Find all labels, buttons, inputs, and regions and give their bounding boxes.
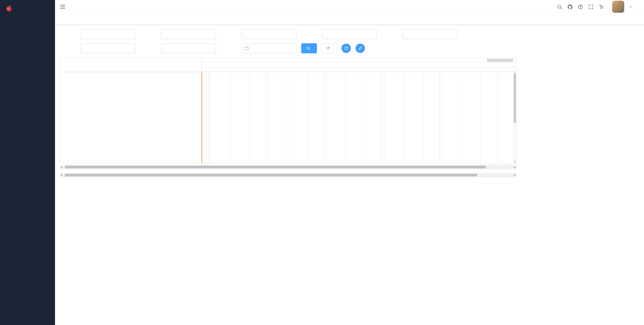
avatar[interactable]: [612, 1, 624, 13]
tab-bar: [55, 13, 644, 25]
filter-due-date: [221, 43, 301, 53]
product-name-input[interactable]: [402, 29, 458, 39]
question-icon[interactable]: [578, 4, 583, 10]
caret-down-icon[interactable]: [629, 5, 633, 9]
font-size-icon[interactable]: [598, 4, 604, 10]
filter-customer-code: [60, 43, 140, 53]
gantt-chart: ▾: [60, 58, 517, 164]
main-content: ▾ ◂ ▸ ◂ ▸: [60, 25, 526, 177]
gantt-horizontal-scrollbar[interactable]: ◂ ▸: [60, 165, 517, 169]
filter-form: [60, 29, 526, 54]
filter-row-1: [60, 29, 526, 40]
due-date-input[interactable]: [241, 43, 297, 53]
gantt-today-line: [202, 72, 202, 163]
scroll-right-arrow-icon[interactable]: ▸: [514, 165, 516, 169]
scrollbar-thumb[interactable]: [514, 73, 516, 123]
product-code-input[interactable]: [322, 29, 377, 39]
scrollbar-thumb[interactable]: [65, 166, 486, 168]
logo-icon: [5, 5, 13, 12]
calendar-icon: [244, 46, 249, 51]
scroll-left-arrow-icon[interactable]: ◂: [61, 165, 62, 169]
github-icon[interactable]: [567, 4, 573, 10]
gantt-body: [202, 72, 516, 163]
customer-code-input[interactable]: [80, 43, 136, 53]
edit-button[interactable]: [356, 44, 365, 53]
search-icon[interactable]: [557, 4, 562, 10]
order-name-input[interactable]: [161, 29, 216, 39]
filter-customer-name: [140, 43, 221, 53]
filter-order-name: [140, 29, 221, 39]
gantt-task-table: [60, 58, 202, 163]
search-button[interactable]: [301, 43, 317, 53]
gantt-time-header: [202, 67, 516, 72]
sidebar: [0, 0, 55, 325]
reset-button[interactable]: [321, 43, 337, 53]
scroll-right-arrow-icon[interactable]: ▸: [514, 173, 516, 177]
app-logo: [0, 0, 55, 17]
fullscreen-icon[interactable]: [588, 4, 594, 10]
gantt-timeline: ▾: [202, 58, 516, 163]
filter-product-code: [301, 29, 382, 39]
table-horizontal-scrollbar[interactable]: ◂ ▸: [60, 173, 517, 177]
customer-name-input[interactable]: [161, 43, 216, 53]
gantt-next-week-block: [487, 59, 513, 62]
gantt-week-header: [202, 58, 516, 63]
source-doc-input[interactable]: [241, 29, 297, 39]
gantt-table-body: [60, 72, 201, 163]
top-navbar: [55, 0, 644, 13]
gantt-table-header: [60, 58, 201, 72]
scroll-down-arrow-icon[interactable]: ▾: [514, 160, 517, 163]
refresh-button[interactable]: [341, 44, 351, 53]
navbar-actions: [557, 1, 644, 13]
filter-source-doc: [221, 29, 301, 39]
filter-order-code: [60, 29, 140, 39]
filter-product-name: [382, 29, 462, 39]
filter-row-2: [60, 43, 526, 54]
gantt-day-header: [202, 63, 516, 67]
hamburger-icon[interactable]: [60, 4, 66, 10]
scroll-left-arrow-icon[interactable]: ◂: [61, 173, 62, 177]
order-code-input[interactable]: [80, 29, 136, 39]
gantt-vertical-scrollbar[interactable]: ▾: [513, 72, 516, 163]
scrollbar-thumb[interactable]: [65, 174, 477, 176]
